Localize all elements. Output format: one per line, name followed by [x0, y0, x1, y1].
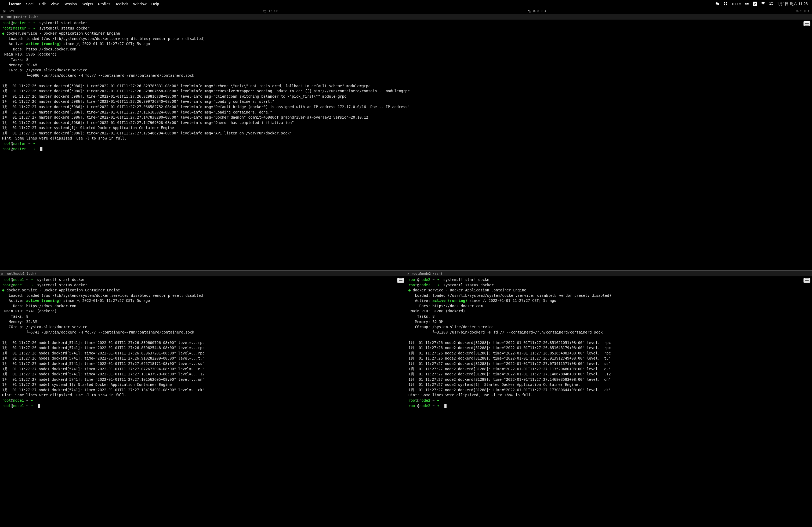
- log-line: 1月 01 11:27:27 node1 dockerd[5741]: time…: [2, 377, 404, 382]
- menu-window[interactable]: Window: [133, 2, 147, 6]
- menu-session[interactable]: Session: [63, 2, 77, 6]
- clock[interactable]: 1月1日 周六 11:28: [777, 2, 808, 6]
- tab-title[interactable]: root@master (ssh): [5, 15, 38, 19]
- menu-toolbelt[interactable]: Toolbelt: [115, 2, 128, 6]
- log-line: 1月 01 11:27:27 node1 dockerd[5741]: time…: [2, 372, 404, 377]
- status-line: Memory: 32.3M: [408, 319, 810, 325]
- wechat-icon[interactable]: [715, 2, 720, 7]
- status-line: CGroup: /system.slice/docker.service: [2, 67, 810, 73]
- log-line: 1月 01 11:27:27 node1 dockerd[5741]: time…: [2, 388, 404, 393]
- close-icon[interactable]: ✕: [407, 272, 409, 275]
- close-icon[interactable]: ✕: [1, 272, 3, 275]
- scroll-indicator-icon[interactable]: [803, 21, 810, 26]
- menu-shell[interactable]: Shell: [26, 2, 34, 6]
- log-line: 1月 01 11:27:26 node1 dockerd[5741]: time…: [2, 356, 404, 361]
- svg-point-14: [771, 4, 772, 5]
- status-line: └─31288 /usr/bin/dockerd -H fd:// --cont…: [408, 330, 810, 335]
- log-line: 1月 01 11:27:27 node2 dockerd[31288]: tim…: [408, 366, 810, 372]
- svg-point-13: [770, 2, 771, 3]
- hint-line: Hint: Some lines were ellipsized, use -l…: [2, 136, 810, 141]
- status-line: Active: active (running) since 六 2022-01…: [2, 41, 810, 47]
- status-line: Memory: 32.3M: [2, 319, 404, 325]
- menu-scripts[interactable]: Scripts: [82, 2, 93, 6]
- menu-help[interactable]: Help: [151, 2, 159, 6]
- status-line: Main PID: 5741 (dockerd): [2, 308, 404, 314]
- log-line: 1月 01 11:27:26 node1 dockerd[5741]: time…: [2, 345, 404, 351]
- prompt-line: root@master ~ ➜ systemctl start docker: [2, 20, 810, 26]
- close-icon[interactable]: ✕: [1, 15, 3, 19]
- svg-rect-16: [4, 11, 5, 12]
- prompt-line: root@master ~ ➜: [2, 147, 810, 152]
- scroll-indicator-icon[interactable]: [397, 278, 404, 283]
- status-line: Loaded: loaded (/usr/lib/systemd/system/…: [2, 36, 810, 42]
- tab-title[interactable]: root@node1 (ssh): [5, 272, 36, 275]
- menu-profiles[interactable]: Profiles: [98, 2, 111, 6]
- net-down: 0.0 kB↓: [533, 9, 547, 13]
- cursor: [40, 147, 42, 151]
- log-line: 1月 01 11:27:27 node1 dockerd[5741]: time…: [2, 366, 404, 372]
- svg-rect-22: [529, 11, 530, 12]
- input-source-icon[interactable]: A: [753, 2, 757, 7]
- battery-icon[interactable]: [745, 2, 749, 7]
- menu-edit[interactable]: Edit: [39, 2, 46, 6]
- menu-view[interactable]: View: [50, 2, 59, 6]
- status-line: └─5986 /usr/bin/dockerd -H fd:// --conta…: [2, 73, 810, 78]
- status-line: Tasks: 8: [2, 57, 810, 62]
- terminal-master[interactable]: root@master ~ ➜ systemctl start dockerro…: [0, 20, 812, 270]
- scroll-indicator-icon[interactable]: [803, 278, 810, 283]
- tab-bar-node1: ✕ root@node1 (ssh): [0, 271, 406, 277]
- log-line: 1月 01 11:27:27 master systemd[1]: Starte…: [2, 125, 810, 131]
- log-line: 1月 01 11:27:27 node2 systemd[1]: Started…: [408, 382, 810, 388]
- status-line: Main PID: 31288 (dockerd): [408, 308, 810, 314]
- terminal-node2[interactable]: root@node2 ~ ➜ systemctl start dockerroo…: [406, 277, 812, 527]
- pane-master[interactable]: ✕ root@master (ssh) root@master ~ ➜ syst…: [0, 14, 812, 271]
- app-name[interactable]: iTerm2: [9, 2, 21, 6]
- ram-value: 10 GB: [269, 9, 278, 13]
- svg-point-1: [717, 3, 719, 5]
- log-line: 1月 01 11:27:27 node2 dockerd[31288]: tim…: [408, 372, 810, 377]
- prompt-line: root@node2 ~ ➜ systemctl status docker: [408, 283, 810, 288]
- prompt-line: root@node1 ~ ➜: [2, 398, 404, 403]
- cursor: [445, 404, 447, 408]
- status-line: Docs: https://docs.docker.com: [408, 303, 810, 309]
- cpu-percent: 12%: [8, 9, 14, 13]
- status-line: Active: active (running) since 六 2022-01…: [2, 298, 404, 303]
- wifi-icon[interactable]: [761, 2, 765, 7]
- status-line: Tasks: 8: [2, 314, 404, 319]
- battery-percent: 100%: [731, 2, 741, 6]
- status-line: Loaded: loaded (/usr/lib/systemd/system/…: [2, 293, 404, 298]
- log-line: 1月 01 11:27:26 node2 dockerd[31288]: tim…: [408, 345, 810, 351]
- grid-icon[interactable]: [723, 2, 728, 7]
- split-panes: ✕ root@master (ssh) root@master ~ ➜ syst…: [0, 14, 812, 527]
- control-center-icon[interactable]: [769, 2, 773, 7]
- log-line: 1月 01 11:27:27 node1 systemd[1]: Started…: [2, 382, 404, 388]
- hint-line: Hint: Some lines were ellipsized, use -l…: [2, 393, 404, 398]
- svg-text:A: A: [754, 2, 756, 5]
- prompt-line: root@node2 ~ ➜: [408, 403, 810, 409]
- prompt-line: root@master ~ ➜: [2, 141, 810, 147]
- prompt-line: root@node1 ~ ➜ systemctl status docker: [2, 283, 404, 288]
- log-line: 1月 01 11:27:27 node2 dockerd[31288]: tim…: [408, 377, 810, 382]
- pane-node2[interactable]: ✕ root@node2 (ssh) root@node2 ~ ➜ system…: [406, 271, 812, 527]
- hint-line: Hint: Some lines were ellipsized, use -l…: [408, 393, 810, 398]
- pane-node1[interactable]: ✕ root@node1 (ssh) root@node1 ~ ➜ system…: [0, 271, 406, 527]
- log-line: 1月 01 11:27:26 node1 dockerd[5741]: time…: [2, 340, 404, 346]
- log-line: 1月 01 11:27:26 node2 dockerd[31288]: tim…: [408, 351, 810, 356]
- tab-title[interactable]: root@node2 (ssh): [411, 272, 443, 275]
- cpu-icon: [3, 9, 6, 13]
- log-line: 1月 01 11:27:27 master dockerd[5986]: tim…: [2, 120, 810, 125]
- status-line: Docs: https://docs.docker.com: [2, 47, 810, 52]
- service-header: ● docker.service - Docker Application Co…: [2, 31, 810, 36]
- svg-rect-21: [528, 10, 529, 11]
- log-line: 1月 01 11:27:26 node2 dockerd[31288]: tim…: [408, 340, 810, 346]
- svg-rect-8: [748, 3, 749, 4]
- prompt-line: root@node2 ~ ➜ systemctl start docker: [408, 277, 810, 283]
- svg-rect-17: [263, 11, 266, 12]
- status-toolbar: 12% 10 GB 0.0 kB↓ 0.0 kB↑: [0, 8, 812, 14]
- svg-rect-4: [724, 4, 725, 5]
- prompt-line: root@node2 ~ ➜: [408, 398, 810, 403]
- tab-bar-node2: ✕ root@node2 (ssh): [406, 271, 812, 277]
- terminal-node1[interactable]: root@node1 ~ ➜ systemctl start dockerroo…: [0, 277, 406, 527]
- log-line: 1月 01 11:27:26 master dockerd[5986]: tim…: [2, 99, 810, 104]
- ram-icon: [263, 9, 266, 13]
